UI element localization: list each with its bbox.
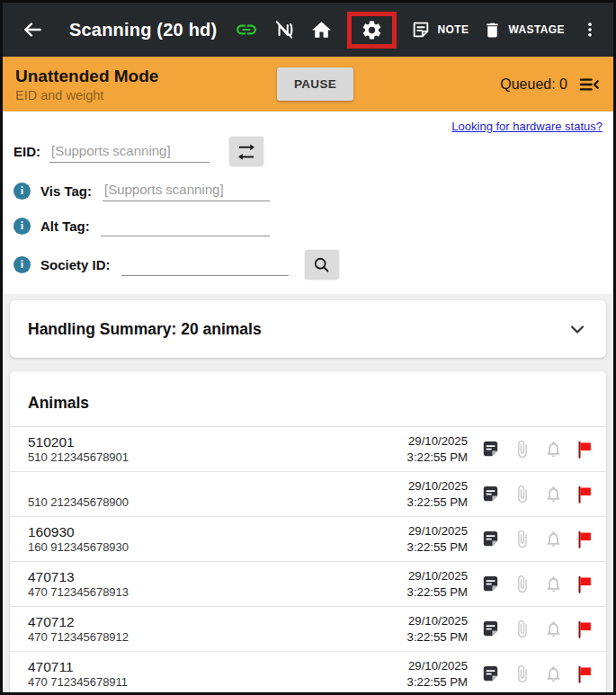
flag-icon: [575, 440, 594, 459]
vis-tag-input[interactable]: [103, 180, 270, 201]
flag-icon: [575, 575, 594, 594]
row-note-button[interactable]: [479, 484, 501, 505]
row-note-button[interactable]: [479, 439, 501, 460]
home-icon: [310, 19, 333, 41]
bell-icon: [544, 530, 563, 548]
info-icon[interactable]: i: [13, 218, 31, 235]
animal-eid: 510 212345678900: [28, 495, 407, 510]
pause-button[interactable]: PAUSE: [277, 67, 353, 101]
animal-row[interactable]: 470712 470 712345678912 29/10/2025 3:22:…: [10, 607, 606, 652]
note-filled-icon: [480, 439, 501, 459]
note-filled-icon: [480, 529, 501, 549]
animal-timestamp: 29/10/2025 3:22:55 PM: [407, 568, 468, 600]
swap-direction-button[interactable]: [229, 137, 263, 166]
animal-timestamp: 29/10/2025 3:22:55 PM: [407, 523, 468, 555]
row-note-button[interactable]: [479, 574, 501, 595]
back-arrow-icon: [21, 18, 44, 41]
animal-time: 3:22:55 PM: [407, 674, 468, 690]
society-id-input[interactable]: [121, 254, 289, 276]
animal-date: 29/10/2025: [407, 523, 468, 539]
row-flag-button[interactable]: [574, 439, 595, 460]
row-note-button[interactable]: [479, 529, 501, 550]
row-attachment-button[interactable]: [511, 619, 532, 640]
hardware-status-row: Looking for hardware status?: [13, 116, 603, 134]
note-button[interactable]: NOTE: [411, 20, 469, 40]
queued-count: Queued: 0: [500, 76, 567, 93]
animal-timestamp: 29/10/2025 3:22:55 PM: [407, 613, 468, 645]
banner-text: Unattended Mode EID and weight: [15, 67, 277, 102]
paperclip-icon: [513, 440, 531, 459]
row-alert-button[interactable]: [542, 574, 564, 595]
wastage-button-label: WASTAGE: [508, 23, 565, 36]
paperclip-icon: [513, 485, 531, 503]
animal-row[interactable]: 510201 510 212345678901 29/10/2025 3:22:…: [10, 427, 606, 472]
animal-ids: 510 212345678900: [28, 478, 407, 510]
society-id-search-button[interactable]: [305, 250, 339, 280]
animal-time: 3:22:55 PM: [407, 495, 468, 510]
row-alert-button[interactable]: [542, 484, 564, 505]
row-attachment-button[interactable]: [511, 664, 532, 685]
back-button[interactable]: [19, 16, 46, 43]
animal-ids: 160930 160 912345678930: [28, 523, 407, 555]
settings-button[interactable]: [361, 19, 383, 41]
animal-eid: 470 712345678912: [28, 630, 407, 645]
row-flag-button[interactable]: [574, 529, 595, 550]
link-status-button[interactable]: [235, 18, 258, 41]
animal-ids: 470711 470 712345678911: [28, 658, 407, 690]
home-button[interactable]: [310, 19, 333, 41]
handling-summary-title: Handling Summary: 20 animals: [28, 320, 262, 339]
animal-ids: 470712 470 712345678912: [28, 613, 407, 645]
row-note-button[interactable]: [479, 619, 501, 640]
animal-time: 3:22:55 PM: [407, 539, 468, 555]
row-attachment-button[interactable]: [511, 484, 532, 505]
bell-icon: [544, 619, 563, 638]
wastage-button[interactable]: WASTAGE: [483, 21, 565, 40]
overflow-menu-button[interactable]: [579, 20, 601, 40]
handling-summary-card[interactable]: Handling Summary: 20 animals: [10, 300, 606, 358]
link-icon: [235, 18, 258, 41]
queue-list-button[interactable]: [577, 73, 601, 96]
flag-icon: [575, 664, 594, 684]
animal-row[interactable]: 510 212345678900 29/10/2025 3:22:55 PM: [10, 472, 606, 517]
row-flag-button[interactable]: [574, 574, 595, 595]
society-id-row: i Society ID:: [13, 250, 603, 280]
overflow-dots-icon: [581, 20, 599, 40]
row-attachment-button[interactable]: [511, 439, 532, 460]
row-alert-button[interactable]: [542, 619, 564, 640]
animal-row[interactable]: 470713 470 712345678913 29/10/2025 3:22:…: [10, 562, 606, 607]
animal-tag: 510201: [28, 433, 407, 450]
alt-tag-row: i Alt Tag:: [13, 215, 603, 236]
animal-time: 3:22:55 PM: [407, 584, 468, 600]
alt-tag-input[interactable]: [101, 215, 270, 236]
note-icon: [411, 20, 431, 40]
animal-tag: [28, 478, 407, 495]
society-id-label: Society ID:: [40, 257, 111, 272]
animal-row[interactable]: 470711 470 712345678911 29/10/2025 3:22:…: [10, 652, 606, 692]
row-alert-button[interactable]: [542, 529, 564, 550]
row-flag-button[interactable]: [574, 619, 595, 640]
paperclip-icon: [513, 664, 531, 683]
eid-input[interactable]: [49, 141, 210, 163]
row-note-button[interactable]: [479, 664, 501, 685]
appbar-actions: NOTE WASTAGE: [235, 12, 601, 49]
row-flag-button[interactable]: [574, 484, 595, 505]
animals-card: Animals 510201 510 212345678901 29/10/20…: [10, 371, 606, 692]
animal-row[interactable]: 160930 160 912345678930 29/10/2025 3:22:…: [10, 517, 606, 562]
info-icon[interactable]: i: [13, 183, 31, 200]
nfc-off-button[interactable]: [272, 18, 296, 41]
app-bar: Scanning (20 hd) NOTE WASTA: [3, 3, 613, 57]
row-attachment-button[interactable]: [511, 529, 532, 550]
row-alert-button[interactable]: [542, 664, 564, 685]
animal-date: 29/10/2025: [407, 613, 468, 628]
row-flag-button[interactable]: [574, 664, 595, 685]
row-attachment-button[interactable]: [511, 574, 532, 595]
banner-subtitle: EID and weight: [15, 88, 277, 102]
row-alert-button[interactable]: [542, 439, 564, 460]
animal-timestamp: 29/10/2025 3:22:55 PM: [407, 658, 468, 690]
info-icon[interactable]: i: [13, 256, 31, 273]
hardware-status-link[interactable]: Looking for hardware status?: [451, 120, 603, 133]
animal-tag: 470711: [28, 658, 407, 675]
vis-tag-row: i Vis Tag:: [13, 180, 603, 201]
note-filled-icon: [480, 484, 501, 504]
swap-arrows-icon: [236, 141, 257, 163]
